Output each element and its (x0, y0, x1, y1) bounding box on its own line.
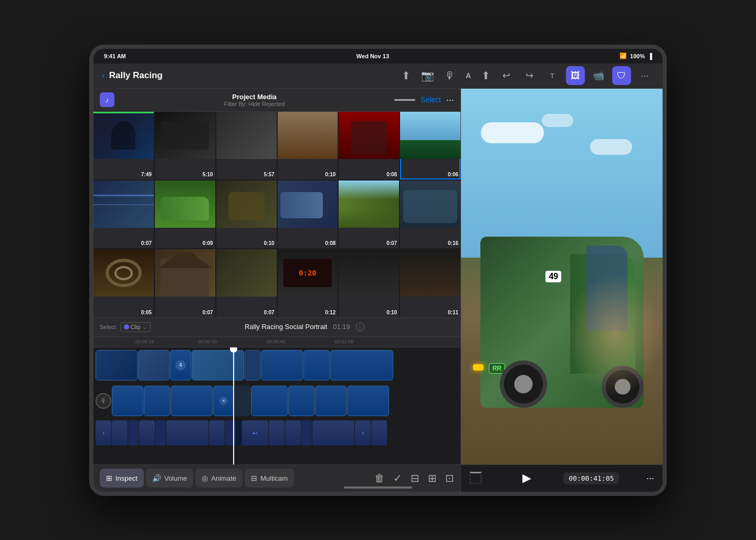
music-clip[interactable] (128, 420, 139, 446)
thumb-duration: 0:05 (141, 310, 152, 315)
audio-clip[interactable] (171, 386, 213, 416)
music-clip[interactable] (285, 420, 301, 446)
music-clip[interactable] (225, 420, 236, 446)
music-clip[interactable] (139, 420, 155, 446)
music-clip[interactable]: 4 (355, 420, 371, 446)
music-clip[interactable] (269, 420, 285, 446)
thumb-duration: 5:57 (264, 172, 274, 177)
music-clip[interactable] (236, 420, 242, 446)
camera-icon[interactable]: 📷 (421, 69, 434, 82)
track-clip[interactable] (261, 350, 303, 380)
thumb-duration: 0:12 (325, 310, 335, 315)
timeline-section: Select Clip ⌄ Rally Racing Social Portra… (93, 317, 460, 464)
audio-clip[interactable]: 4 (213, 386, 234, 416)
thumb-duration: 7:49 (141, 172, 152, 177)
playhead-handle (230, 347, 237, 353)
play-button[interactable]: ▶ (518, 469, 537, 488)
confirm-button[interactable]: ✓ (393, 472, 402, 484)
media-thumb[interactable]: 0:08 (339, 112, 399, 179)
inspect-button[interactable]: ⊞ Inspect (100, 469, 144, 488)
audio-clip[interactable] (235, 386, 250, 416)
media-filter: Filter By: Hide Rejected (224, 101, 285, 107)
media-thumb[interactable]: 0:10 (339, 249, 399, 317)
export-icon[interactable]: ⬆ (481, 69, 490, 82)
clip-type[interactable]: Clip ⌄ (120, 322, 151, 332)
thumb-duration: 0:10 (325, 172, 335, 177)
media-thumb[interactable]: 0:16 (400, 181, 460, 248)
track-clip[interactable] (245, 350, 260, 380)
delete-button[interactable]: 🗑 (374, 472, 385, 484)
media-thumb[interactable]: 0:20 0:12 (278, 249, 338, 317)
ipad-frame: 9:41 AM Wed Nov 13 📶 100% ▐ ‹ Rally Raci… (89, 45, 667, 496)
thumb-duration: 0:10 (386, 310, 397, 315)
music-clip[interactable] (166, 420, 208, 446)
back-icon: ‹ (102, 70, 105, 81)
timeline-select-label: Select (100, 324, 116, 330)
track-clip[interactable] (138, 350, 170, 380)
media-thumb[interactable]: 7:49 (93, 112, 154, 179)
audio-clip[interactable] (112, 386, 143, 416)
media-thumb[interactable]: 0:10 (278, 112, 338, 179)
thumb-duration: 0:07 (141, 240, 152, 246)
audio-clip[interactable] (347, 386, 389, 416)
more-button[interactable]: ··· (446, 94, 454, 105)
media-thumb[interactable]: 0:07 (155, 249, 215, 317)
music-clip[interactable] (301, 420, 312, 446)
shield-button[interactable]: 🛡 (612, 66, 631, 85)
track-clip[interactable] (330, 350, 393, 380)
clone-button[interactable]: ⊞ (428, 472, 437, 484)
media-thumb[interactable]: 0:10 (216, 181, 277, 248)
media-thumb[interactable]: 0:07 (216, 249, 277, 317)
media-thumb[interactable]: 0:07 (93, 181, 154, 248)
photos-button[interactable]: 🖼 (566, 66, 585, 85)
track-clip[interactable] (303, 350, 330, 380)
media-thumb[interactable]: 5:10 (155, 112, 215, 179)
voiceover-icon[interactable]: A (466, 71, 471, 80)
select-button[interactable]: Select (421, 96, 441, 104)
media-thumb[interactable]: 0:07 (339, 181, 399, 248)
share-icon[interactable]: ⬆ (402, 69, 411, 82)
music-clip[interactable]: ● 4 (242, 420, 268, 446)
music-clip[interactable] (371, 420, 387, 446)
volume-button[interactable]: 🔊 Volume (146, 469, 193, 488)
track-clip[interactable] (192, 350, 244, 380)
track-clip[interactable]: 4 (170, 350, 191, 380)
redo-button[interactable]: ↪ (520, 66, 539, 85)
audio-clip[interactable] (288, 386, 314, 416)
more-tools-button[interactable]: ··· (635, 66, 654, 85)
media-thumb[interactable]: 0:11 (400, 249, 460, 317)
info-icon[interactable]: i (356, 323, 364, 331)
timecode: 00:00:41:05 (563, 472, 619, 484)
text-overlay-button[interactable]: T (543, 66, 562, 85)
music-clip[interactable]: 4 (96, 420, 111, 446)
music-clips: 4 ● 4 (96, 420, 458, 446)
music-clip[interactable] (155, 420, 166, 446)
more-edit-button[interactable]: ⊡ (445, 472, 454, 484)
playhead[interactable] (233, 347, 234, 464)
audio-clip[interactable] (251, 386, 288, 416)
headlight (473, 364, 484, 370)
camera2-button[interactable]: 📹 (589, 66, 608, 85)
music-clip[interactable] (209, 420, 225, 446)
music-clip[interactable] (312, 420, 354, 446)
track-icon[interactable]: 🎙 (96, 393, 111, 409)
media-thumb[interactable]: 5:57 (216, 112, 277, 179)
audio-clip[interactable] (315, 386, 346, 416)
back-button[interactable]: ‹ (102, 70, 105, 81)
track-clip[interactable] (96, 350, 138, 380)
thumb-duration: 0:16 (448, 240, 458, 246)
audio-clip[interactable] (144, 386, 170, 416)
preview-more-button[interactable]: ··· (646, 473, 654, 484)
car-wheel-rear (500, 361, 547, 408)
animate-button[interactable]: ◎ Animate (195, 469, 243, 488)
undo-button[interactable]: ↩ (497, 66, 516, 85)
music-clip[interactable] (112, 420, 128, 446)
mic-icon[interactable]: 🎙 (445, 70, 455, 82)
media-thumb[interactable]: 0:08 (278, 181, 338, 248)
media-thumb[interactable]: 0:09 (155, 181, 215, 248)
media-thumb[interactable]: 0:05 (93, 249, 154, 317)
inspect-icon: ⊞ (106, 474, 112, 482)
multicam-button[interactable]: ⊟ Multicam (245, 469, 294, 488)
media-thumb[interactable]: 0:06 (400, 112, 460, 179)
split-button[interactable]: ⊟ (411, 472, 419, 484)
